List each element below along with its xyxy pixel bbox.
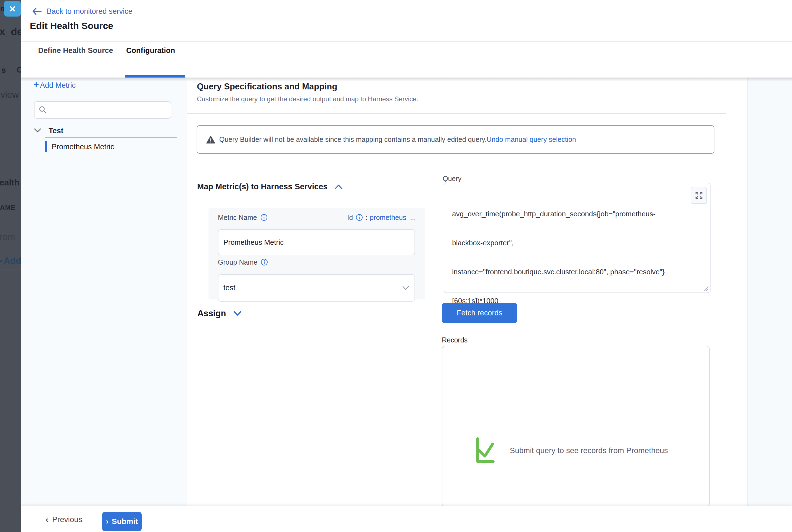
footer-bar: ‹ Previous › Submit [21,506,792,532]
chevron-up-icon [334,184,343,190]
group-name-select[interactable]: test [218,274,415,302]
id-separator: : [366,213,368,222]
sidebar-group-test[interactable]: Test [49,127,63,135]
chevron-right-icon: › [106,517,108,526]
backdrop-fragment: view [1,90,19,100]
metric-search-box [34,101,171,119]
group-name-label: Group Name [218,258,257,266]
back-link-label: Back to monitored service [47,7,132,16]
id-label: Id [347,213,353,222]
selected-indicator-bar [45,141,47,152]
header-divider [21,41,792,42]
back-arrow-icon [32,8,42,15]
info-icon[interactable] [356,214,363,221]
info-icon[interactable] [260,214,268,221]
group-name-value: test [223,284,402,292]
group-name-row: Group Name [218,258,268,267]
submit-label: Submit [112,517,138,526]
metric-name-row: Metric Name Id : prometheus_... [218,213,416,222]
records-empty-state: Submit query to see records from Prometh… [476,437,668,464]
previous-label: Previous [52,515,82,524]
close-icon: × [10,4,16,14]
tab-configuration[interactable]: Configuration [126,46,175,55]
records-panel: Submit query to see records from Prometh… [442,346,710,507]
query-specifications-panel: Query Specifications and Mapping Customi… [187,78,726,506]
page-backdrop: nt x_dev s C view ealth S AME rom Add [0,0,21,532]
map-metrics-title: Map Metric(s) to Harness Services [197,182,328,191]
chevron-down-icon [233,310,242,317]
metric-name-input[interactable] [218,229,415,255]
line-chart-icon [476,437,504,464]
chevron-down-icon[interactable] [33,128,42,133]
backdrop-fragment: AME [0,204,16,211]
expand-query-button[interactable] [690,187,707,204]
assign-section-header[interactable]: Assign [198,308,242,319]
active-tab-underline [125,75,185,78]
edit-health-source-drawer: Back to monitored service Edit Health So… [21,0,792,532]
sidebar-item-label: Prometheus Metric [52,142,114,151]
backdrop-divider [0,270,21,270]
group-divider [45,137,177,138]
backdrop-fragment: x_dev [0,26,21,38]
backdrop-fragment: ealth S [0,178,21,188]
page-title: Edit Health Source [30,20,113,31]
map-metrics-section-header[interactable]: Map Metric(s) to Harness Services [197,182,343,191]
records-label: Records [442,336,467,344]
records-empty-message: Submit query to see records from Prometh… [510,446,668,455]
metrics-sidebar: + Add Metric Test Prometheus Metric [21,78,187,506]
expand-icon [695,191,703,200]
section-heading: Query Specifications and Mapping [197,82,337,92]
tab-define-health-source[interactable]: Define Health Source [38,46,113,55]
caret-down-icon [402,286,409,290]
metric-search-input[interactable] [50,102,169,117]
backdrop-fragment: C [17,65,21,75]
backdrop-fragment: Add [4,255,21,266]
close-drawer-button[interactable]: × [4,1,21,17]
metric-name-label: Metric Name [218,213,257,222]
submit-button[interactable]: › Submit [102,512,142,531]
back-link[interactable]: Back to monitored service [32,6,132,17]
chevron-left-icon: ‹ [45,515,48,524]
backdrop-fragment [0,261,2,262]
right-gutter [747,78,792,506]
backdrop-fragment: rom [0,232,15,242]
section-subtitle: Customize the query to get the desired o… [197,95,418,103]
manual-query-warning: Query Builder will not be available sinc… [197,125,714,154]
sidebar-item-prometheus-metric[interactable]: Prometheus Metric [45,141,178,153]
backdrop-fragment: s [1,66,6,75]
fetch-records-button[interactable]: Fetch records [442,303,517,323]
content-top-shadow [21,78,792,81]
query-editor[interactable]: avg_over_time(probe_http_duration_second… [444,183,711,293]
add-metric-label: Add Metric [40,81,76,90]
warning-icon [206,135,215,144]
metric-id-link[interactable]: prometheus_... [370,213,416,222]
undo-manual-query-link[interactable]: Undo manual query selection [486,135,576,144]
info-icon[interactable] [261,259,268,266]
section-divider [187,113,726,114]
query-label: Query [443,175,461,183]
previous-button[interactable]: ‹ Previous [45,512,82,527]
resize-handle[interactable] [702,285,709,291]
search-icon [39,106,47,114]
warning-text: Query Builder will not be available sinc… [219,135,486,144]
assign-title: Assign [198,308,226,319]
